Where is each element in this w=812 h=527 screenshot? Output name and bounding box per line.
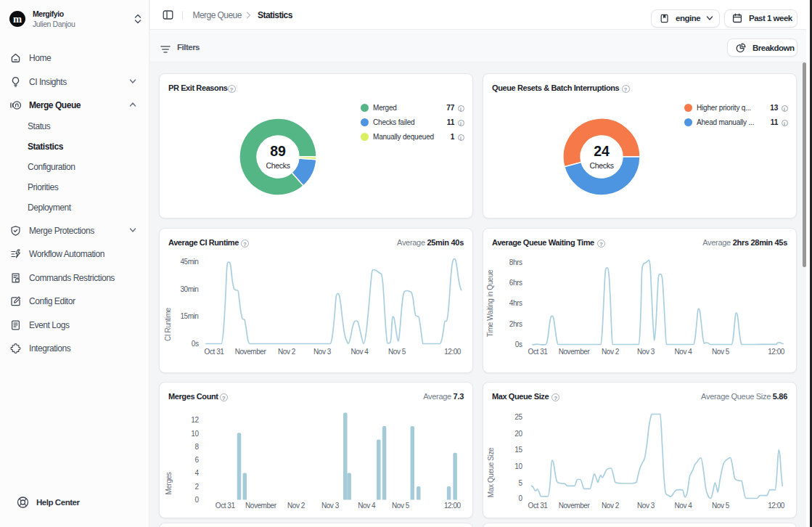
svg-text:12: 12 — [191, 416, 199, 424]
svg-text:15: 15 — [514, 446, 522, 454]
svg-text:m: m — [12, 13, 21, 25]
svg-text:Nov 2: Nov 2 — [602, 348, 620, 356]
svg-text:2hrs: 2hrs — [509, 320, 522, 328]
svg-text:2: 2 — [194, 483, 199, 491]
svg-text:Oct 31: Oct 31 — [216, 502, 236, 510]
svg-text:0s: 0s — [192, 340, 199, 348]
svg-text:Nov 3: Nov 3 — [637, 502, 655, 510]
svg-text:November: November — [235, 348, 267, 356]
svg-text:12:00: 12:00 — [444, 348, 462, 356]
svg-text:November: November — [559, 348, 591, 356]
svg-text:CI Runtime: CI Runtime — [164, 307, 172, 341]
svg-text:Oct 31: Oct 31 — [205, 348, 225, 356]
svg-text:4hrs: 4hrs — [509, 299, 522, 307]
svg-text:Nov 5: Nov 5 — [388, 348, 406, 356]
svg-text:Nov 4: Nov 4 — [675, 502, 693, 510]
svg-text:5: 5 — [518, 479, 522, 487]
svg-text:Nov 3: Nov 3 — [637, 348, 655, 356]
svg-text:Max Queue Size: Max Queue Size — [487, 447, 495, 497]
svg-text:Time Waiting in Queue: Time Waiting in Queue — [486, 269, 494, 337]
svg-text:8hrs: 8hrs — [509, 258, 522, 266]
svg-text:6: 6 — [194, 456, 199, 464]
svg-text:Nov 4: Nov 4 — [358, 502, 376, 510]
svg-text:20: 20 — [514, 430, 522, 438]
svg-text:Nov 2: Nov 2 — [287, 502, 305, 510]
svg-text:25: 25 — [514, 413, 522, 421]
svg-text:Nov 5: Nov 5 — [392, 502, 410, 510]
svg-text:Nov 2: Nov 2 — [278, 348, 296, 356]
svg-text:Nov 4: Nov 4 — [351, 348, 369, 356]
svg-text:November: November — [245, 502, 277, 510]
svg-text:10: 10 — [191, 430, 199, 438]
svg-text:Nov 3: Nov 3 — [321, 502, 340, 510]
svg-text:30min: 30min — [181, 285, 199, 293]
svg-text:Nov 5: Nov 5 — [712, 348, 730, 356]
svg-text:Merges: Merges — [165, 472, 173, 494]
svg-text:0: 0 — [518, 494, 522, 502]
svg-text:Nov 2: Nov 2 — [602, 502, 620, 510]
svg-text:0: 0 — [194, 496, 199, 504]
svg-text:6hrs: 6hrs — [509, 279, 522, 287]
svg-text:12:00: 12:00 — [768, 502, 785, 510]
svg-text:November: November — [559, 502, 591, 510]
svg-text:Nov 3: Nov 3 — [313, 348, 332, 356]
svg-text:Oct 31: Oct 31 — [528, 348, 549, 356]
svg-text:Nov 4: Nov 4 — [675, 348, 693, 356]
svg-text:Nov 5: Nov 5 — [712, 502, 730, 510]
svg-text:10: 10 — [514, 462, 522, 470]
svg-text:15min: 15min — [181, 312, 199, 320]
svg-text:12:00: 12:00 — [768, 348, 785, 356]
svg-text:12:00: 12:00 — [444, 502, 462, 510]
svg-text:45min: 45min — [181, 258, 199, 266]
svg-text:Oct 31: Oct 31 — [528, 502, 549, 510]
svg-text:8: 8 — [194, 443, 199, 451]
svg-text:4: 4 — [194, 469, 199, 477]
svg-text:0s: 0s — [515, 340, 522, 348]
